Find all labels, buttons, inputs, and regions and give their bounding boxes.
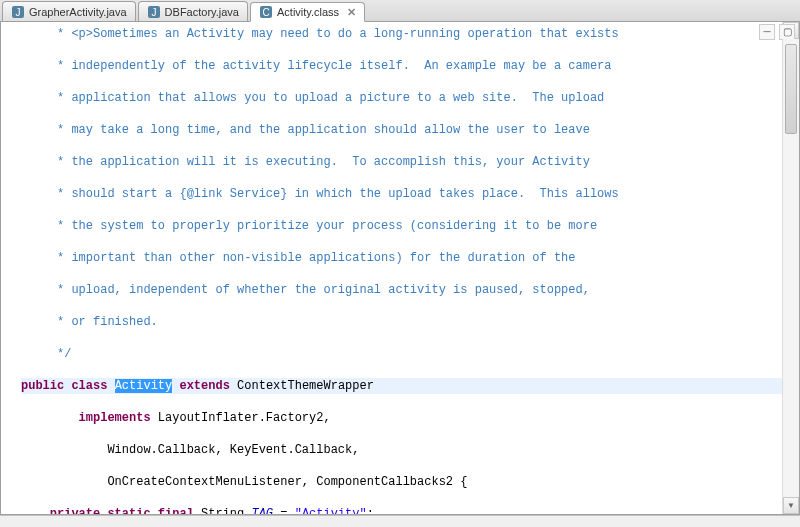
javadoc-line: * <p>Sometimes an Activity may need to d… xyxy=(21,26,782,42)
javadoc-line: * important than other non-visible appli… xyxy=(21,250,782,266)
class-declaration-line: public class Activity extends ContextThe… xyxy=(21,378,782,394)
scroll-down-icon[interactable]: ▼ xyxy=(783,497,799,514)
javadoc-line: */ xyxy=(21,346,782,362)
javadoc-line: * should start a {@link Service} in whic… xyxy=(21,186,782,202)
javadoc-line: * upload, independent of whether the ori… xyxy=(21,282,782,298)
tab-label: GrapherActivity.java xyxy=(29,6,127,18)
svg-text:J: J xyxy=(16,7,21,18)
tab-label: Activity.class xyxy=(277,6,339,18)
svg-text:C: C xyxy=(262,7,269,18)
javadoc-line: * may take a long time, and the applicat… xyxy=(21,122,782,138)
scrollbar-thumb[interactable] xyxy=(785,44,797,134)
source-editor[interactable]: * <p>Sometimes an Activity may need to d… xyxy=(1,22,782,514)
minimize-button[interactable]: ─ xyxy=(759,24,775,40)
editor-pane: ─ ▢ * <p>Sometimes an Activity may need … xyxy=(0,22,800,515)
close-icon[interactable]: ✕ xyxy=(347,6,356,19)
editor-toolbar: ─ ▢ xyxy=(759,24,795,40)
javadoc-line: * independently of the activity lifecycl… xyxy=(21,58,782,74)
tab-label: DBFactory.java xyxy=(165,6,239,18)
vertical-scrollbar[interactable]: ▲ ▼ xyxy=(782,22,799,514)
implements-line: implements LayoutInflater.Factory2, xyxy=(21,410,782,426)
javadoc-line: * the application will it is executing. … xyxy=(21,154,782,170)
scrollbar-track[interactable] xyxy=(783,39,799,497)
implements-line: Window.Callback, KeyEvent.Callback, xyxy=(21,442,782,458)
java-file-icon: J xyxy=(147,5,161,19)
implements-line: OnCreateContextMenuListener, ComponentCa… xyxy=(21,474,782,490)
status-bar xyxy=(0,515,800,527)
class-file-icon: C xyxy=(259,5,273,19)
java-file-icon: J xyxy=(11,5,25,19)
maximize-button[interactable]: ▢ xyxy=(779,24,795,40)
javadoc-line: * or finished. xyxy=(21,314,782,330)
tab-activity-class[interactable]: C Activity.class ✕ xyxy=(250,2,365,22)
selected-class-name: Activity xyxy=(115,379,173,393)
javadoc-line: * the system to properly prioritize your… xyxy=(21,218,782,234)
tab-dbfactory[interactable]: J DBFactory.java xyxy=(138,1,248,21)
tab-grapher-activity[interactable]: J GrapherActivity.java xyxy=(2,1,136,21)
field-line: private static final String TAG = "Activ… xyxy=(21,506,782,514)
javadoc-line: * application that allows you to upload … xyxy=(21,90,782,106)
svg-text:J: J xyxy=(151,7,156,18)
editor-tab-bar: J GrapherActivity.java J DBFactory.java … xyxy=(0,0,800,22)
